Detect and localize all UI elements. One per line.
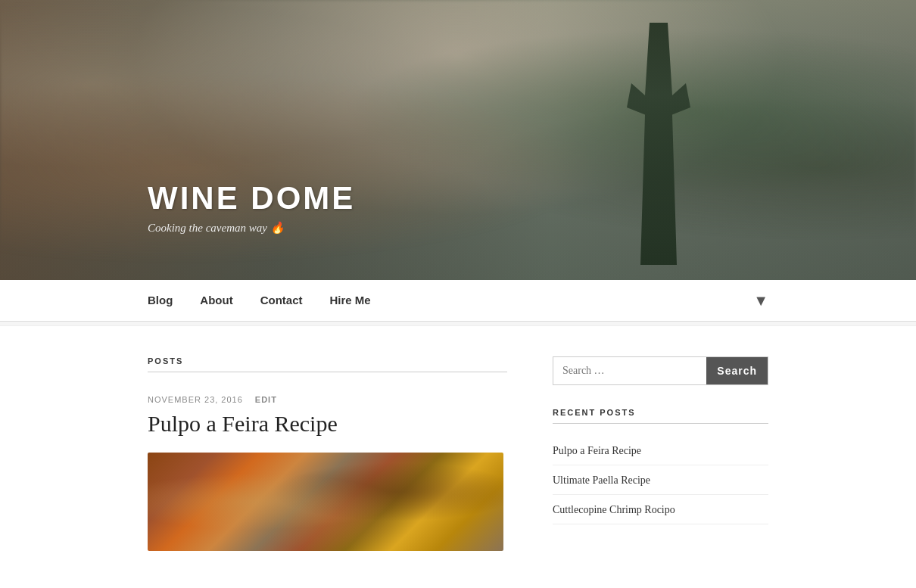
chevron-down-icon[interactable]: ▼	[753, 292, 768, 310]
post-title: Pulpo a Feira Recipe	[148, 410, 507, 437]
post-meta: NOVEMBER 23, 2016 EDIT	[148, 395, 507, 404]
page-content: POSTS NOVEMBER 23, 2016 EDIT Pulpo a Fei…	[0, 326, 916, 581]
nav-link-contact[interactable]: Contact	[260, 294, 303, 306]
nav-link-about[interactable]: About	[200, 294, 232, 306]
nav-item-blog[interactable]: Blog	[148, 294, 173, 307]
nav-item-contact[interactable]: Contact	[260, 294, 303, 307]
list-item: Cuttlecopine Chrimp Rocipo	[553, 495, 768, 524]
recent-posts-heading: RECENT POSTS	[553, 408, 768, 424]
site-title: WINE DOME	[148, 180, 355, 216]
hero-section: WINE DOME Cooking the caveman way 🔥	[0, 0, 916, 280]
post-edit-link[interactable]: EDIT	[255, 395, 277, 404]
recent-post-link-2[interactable]: Cuttlecopine Chrimp Rocipo	[553, 504, 675, 515]
nav-link-blog[interactable]: Blog	[148, 294, 173, 306]
hero-scene	[0, 0, 916, 280]
main-nav: Blog About Contact Hire Me ▼	[0, 280, 916, 322]
main-column: POSTS NOVEMBER 23, 2016 EDIT Pulpo a Fei…	[148, 356, 507, 551]
recent-post-link-0[interactable]: Pulpo a Feira Recipe	[553, 445, 641, 456]
posts-heading: POSTS	[148, 356, 507, 372]
site-subtitle: Cooking the caveman way 🔥	[148, 221, 355, 235]
recent-posts-list: Pulpo a Feira Recipe Ultimate Paella Rec…	[553, 436, 768, 524]
recent-post-link-1[interactable]: Ultimate Paella Recipe	[553, 474, 650, 486]
nav-links-list: Blog About Contact Hire Me	[148, 294, 371, 307]
sidebar-column: Search RECENT POSTS Pulpo a Feira Recipe…	[553, 356, 768, 551]
list-item: Pulpo a Feira Recipe	[553, 436, 768, 465]
search-box: Search	[553, 356, 768, 385]
search-button[interactable]: Search	[706, 357, 768, 384]
nav-link-hire-me[interactable]: Hire Me	[330, 294, 371, 306]
list-item: Ultimate Paella Recipe	[553, 465, 768, 495]
nav-item-about[interactable]: About	[200, 294, 232, 307]
hero-text-block: WINE DOME Cooking the caveman way 🔥	[148, 180, 355, 235]
search-input[interactable]	[553, 357, 706, 384]
nav-item-hire-me[interactable]: Hire Me	[330, 294, 371, 307]
post-featured-image	[148, 453, 503, 551]
post-date: NOVEMBER 23, 2016	[148, 395, 243, 404]
